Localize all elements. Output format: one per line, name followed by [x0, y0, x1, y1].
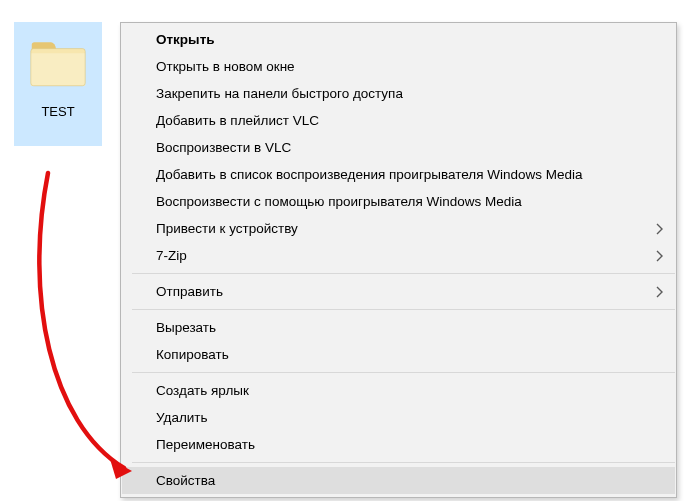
menu-play-vlc[interactable]: Воспроизвести в VLC [122, 134, 675, 161]
menu-add-vlc-label: Добавить в плейлист VLC [156, 112, 663, 130]
menu-delete[interactable]: Удалить [122, 404, 675, 431]
menu-add-wmp-list[interactable]: Добавить в список воспроизведения проигр… [122, 161, 675, 188]
menu-play-wmp-label: Воспроизвести с помощью проигрывателя Wi… [156, 193, 663, 211]
menu-pin-quick-access[interactable]: Закрепить на панели быстрого доступа [122, 80, 675, 107]
menu-send-to[interactable]: Отправить [122, 278, 675, 305]
menu-add-wmp-label: Добавить в список воспроизведения проигр… [156, 166, 663, 184]
menu-open[interactable]: Открыть [122, 26, 675, 53]
menu-cut[interactable]: Вырезать [122, 314, 675, 341]
menu-separator [132, 309, 675, 310]
folder-icon [29, 40, 87, 88]
menu-pin-label: Закрепить на панели быстрого доступа [156, 85, 663, 103]
menu-copy[interactable]: Копировать [122, 341, 675, 368]
menu-add-vlc-playlist[interactable]: Добавить в плейлист VLC [122, 107, 675, 134]
chevron-right-icon [656, 223, 663, 235]
menu-properties-label: Свойства [156, 472, 663, 490]
menu-separator [132, 273, 675, 274]
chevron-right-icon [656, 250, 663, 262]
menu-7-zip[interactable]: 7-Zip [122, 242, 675, 269]
menu-delete-label: Удалить [156, 409, 663, 427]
desktop-folder-selected[interactable]: TEST [14, 22, 102, 146]
menu-open-new-window[interactable]: Открыть в новом окне [122, 53, 675, 80]
menu-rename[interactable]: Переименовать [122, 431, 675, 458]
screenshot-root: TEST Открыть Открыть в новом окне Закреп… [0, 0, 700, 501]
folder-label: TEST [41, 104, 74, 119]
menu-play-wmp[interactable]: Воспроизвести с помощью проигрывателя Wi… [122, 188, 675, 215]
menu-play-vlc-label: Воспроизвести в VLC [156, 139, 663, 157]
menu-separator [132, 462, 675, 463]
menu-separator [132, 372, 675, 373]
menu-cast-label: Привести к устройству [156, 220, 644, 238]
menu-properties[interactable]: Свойства [122, 467, 675, 494]
menu-create-shortcut[interactable]: Создать ярлык [122, 377, 675, 404]
menu-cast-to-device[interactable]: Привести к устройству [122, 215, 675, 242]
menu-7zip-label: 7-Zip [156, 247, 644, 265]
menu-open-label: Открыть [156, 31, 663, 49]
menu-copy-label: Копировать [156, 346, 663, 364]
menu-open-new-window-label: Открыть в новом окне [156, 58, 663, 76]
menu-sendto-label: Отправить [156, 283, 644, 301]
chevron-right-icon [656, 286, 663, 298]
menu-createshortcut-label: Создать ярлык [156, 382, 663, 400]
menu-rename-label: Переименовать [156, 436, 663, 454]
menu-cut-label: Вырезать [156, 319, 663, 337]
context-menu: Открыть Открыть в новом окне Закрепить н… [120, 22, 677, 498]
